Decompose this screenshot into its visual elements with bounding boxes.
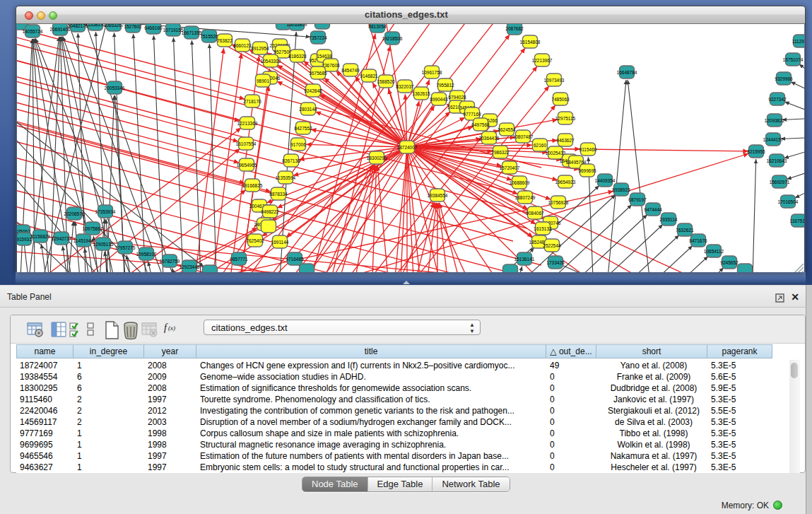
table-row[interactable]: 1830029562008Estimation of significance … bbox=[16, 382, 792, 394]
black-edge[interactable] bbox=[713, 268, 724, 272]
black-edge[interactable] bbox=[153, 35, 163, 272]
delete-icon[interactable] bbox=[122, 320, 140, 343]
close-panel-icon[interactable]: ✕ bbox=[791, 291, 799, 303]
node-label: 2718170 bbox=[243, 99, 261, 104]
node-label: 9146821 bbox=[360, 74, 378, 78]
red-edge[interactable] bbox=[306, 144, 407, 147]
black-edge[interactable] bbox=[86, 24, 174, 272]
teal-node[interactable] bbox=[503, 264, 518, 272]
table-row[interactable]: 977716911998Corpus callosum shape and si… bbox=[16, 428, 792, 439]
table-header-row: namein_degreeyeartitle△ out_de...shortpa… bbox=[16, 344, 772, 358]
black-edge[interactable] bbox=[606, 225, 663, 272]
node-label: 2087682 bbox=[505, 26, 524, 31]
table-scrollbar-thumb[interactable] bbox=[791, 363, 798, 378]
network-graph[interactable]: 1405572420691406204821752135819510653267… bbox=[17, 24, 804, 272]
table-cell: Disruption of a novel member of a sodium… bbox=[196, 416, 546, 428]
red-edge[interactable] bbox=[377, 165, 388, 272]
table-cell: 9777169 bbox=[16, 428, 73, 439]
table-row[interactable]: 2242004622012Investigating the contribut… bbox=[16, 405, 792, 416]
table-cell: 0 bbox=[546, 394, 596, 405]
black-edge[interactable] bbox=[753, 159, 756, 272]
column-header-name[interactable]: name bbox=[16, 344, 73, 358]
node-label: 7485063 bbox=[551, 97, 570, 102]
node-label: 8215955 bbox=[747, 149, 765, 154]
black-edge[interactable] bbox=[173, 37, 183, 272]
table-cell: 0 bbox=[546, 439, 596, 450]
table-settings-icon[interactable] bbox=[26, 320, 45, 341]
node-label: 6879197 bbox=[628, 197, 647, 202]
yellow-node[interactable] bbox=[261, 220, 276, 233]
table-cell: Nakamura et al. (1997) bbox=[596, 450, 707, 462]
node-label: 6794028 bbox=[448, 95, 466, 100]
node-label: 19654923 bbox=[555, 180, 576, 185]
node-label: 12975115 bbox=[555, 116, 576, 121]
black-edge[interactable] bbox=[782, 119, 804, 119]
node-label: 20364436 bbox=[479, 136, 500, 141]
table-cell: 2 bbox=[73, 416, 144, 428]
select-mode-icon[interactable] bbox=[69, 320, 86, 341]
table-row[interactable]: 1872400712008Changes of HCN gene express… bbox=[16, 360, 792, 371]
tab-node-table[interactable]: Node Table bbox=[302, 477, 367, 491]
dropdown-stepper-icon: ▲▼ bbox=[469, 322, 475, 334]
table-cell: 1998 bbox=[144, 428, 196, 439]
tab-network-table[interactable]: Network Table bbox=[432, 477, 509, 491]
memory-status-label: Memory: OK bbox=[722, 501, 769, 510]
red-edge[interactable] bbox=[372, 165, 377, 272]
table-scrollbar[interactable] bbox=[789, 360, 800, 473]
teal-node[interactable] bbox=[738, 264, 753, 272]
split-pane-grip[interactable] bbox=[403, 281, 410, 284]
black-edge[interactable] bbox=[579, 215, 647, 272]
black-edge[interactable] bbox=[781, 138, 804, 139]
canvas-resize-grip[interactable] bbox=[794, 264, 804, 272]
table-cell: 18300295 bbox=[16, 382, 73, 394]
node-label: 9242848 bbox=[304, 88, 322, 93]
node-label: 17016504 bbox=[778, 199, 799, 204]
black-edge[interactable] bbox=[685, 256, 708, 272]
column-header-year[interactable]: year bbox=[144, 344, 196, 358]
table-cell: Corpus callosum shape and size in male p… bbox=[196, 428, 546, 439]
new-file-icon[interactable] bbox=[103, 320, 120, 343]
table-row[interactable]: 946362711997Embryonic stem cells: a mode… bbox=[16, 462, 792, 473]
table-cell: 1 bbox=[73, 450, 144, 462]
teal-node[interactable] bbox=[203, 265, 218, 272]
node-label: 7632621 bbox=[676, 228, 694, 233]
table-cell: Embryonic stem cells: a model to study s… bbox=[196, 462, 546, 473]
teal-node[interactable] bbox=[300, 264, 314, 272]
delete-table-icon[interactable] bbox=[141, 320, 159, 341]
network-canvas[interactable]: 1405572420691406204821752135819510653267… bbox=[17, 24, 804, 272]
table-cell: Estimation of significance thresholds fo… bbox=[196, 382, 546, 394]
table-row[interactable]: 1938455462009Genome–wide association stu… bbox=[16, 371, 792, 382]
black-edge[interactable] bbox=[628, 80, 649, 272]
function-icon[interactable]: f(x) bbox=[163, 320, 179, 337]
row-height-icon[interactable] bbox=[86, 320, 95, 341]
table-row[interactable]: 911546021997Tourette syndrome. Phenomeno… bbox=[16, 394, 792, 405]
column-header--out-de-[interactable]: △ out_de... bbox=[546, 344, 596, 358]
node-label: 15136141 bbox=[514, 257, 535, 262]
table-row[interactable]: 969969511998Structural magnetic resonanc… bbox=[16, 439, 792, 450]
black-edge[interactable] bbox=[784, 152, 804, 158]
teal-node[interactable] bbox=[315, 24, 330, 29]
black-edge[interactable] bbox=[784, 102, 804, 110]
node-label: 9857771 bbox=[230, 257, 248, 262]
column-header-title[interactable]: title bbox=[196, 344, 546, 358]
float-panel-icon[interactable] bbox=[775, 293, 784, 302]
network-window-titlebar[interactable]: citations_edges.txt bbox=[16, 6, 805, 24]
table-select-dropdown[interactable]: citations_edges.txt▲▼ bbox=[204, 320, 481, 335]
black-edge[interactable] bbox=[791, 82, 804, 88]
column-header-in-degree[interactable]: in_degree bbox=[73, 344, 144, 358]
node-label: 1615132 bbox=[534, 226, 552, 231]
column-header-pagerank[interactable]: pagerank bbox=[707, 344, 772, 358]
node-label: 16033809 bbox=[287, 24, 307, 27]
table-row[interactable]: 946554611997Estimation of the future num… bbox=[16, 450, 792, 462]
table-cell: 49 bbox=[546, 360, 596, 371]
black-edge[interactable] bbox=[795, 193, 804, 198]
node-label: 8427552 bbox=[294, 126, 312, 131]
show-column-icon[interactable] bbox=[49, 320, 68, 341]
tab-edge-table[interactable]: Edge Table bbox=[367, 477, 433, 491]
column-header-short[interactable]: short bbox=[596, 344, 707, 358]
black-edge[interactable] bbox=[787, 173, 804, 180]
node-label: 9227342 bbox=[768, 97, 787, 102]
table-row[interactable]: 1456911722003Disruption of a novel membe… bbox=[16, 416, 792, 428]
memory-status-dot bbox=[773, 501, 782, 510]
black-edge[interactable] bbox=[519, 267, 522, 272]
